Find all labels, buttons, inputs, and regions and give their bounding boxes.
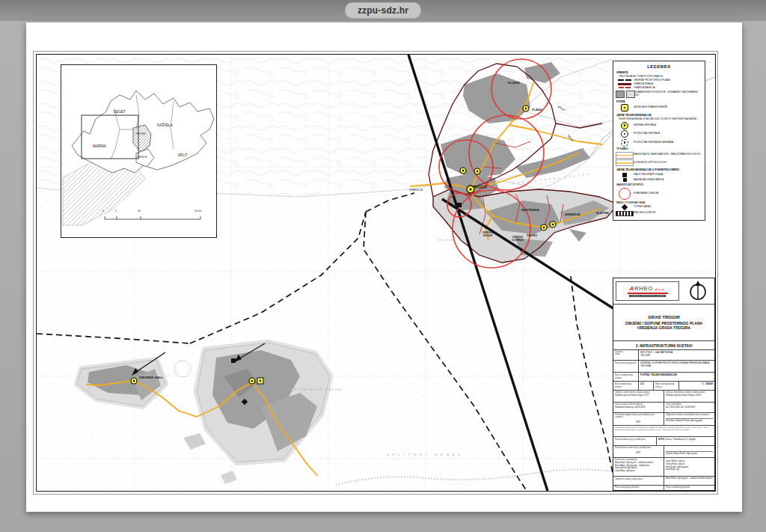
odluka-donosenje-value: Službeni glasnik Grada Trogira, 10/20: [666, 394, 713, 397]
map-label-splitski-kanal: SPLITSKI KANAL: [387, 453, 464, 456]
user-cable-swatch: [616, 159, 634, 166]
district-exchange-planned-icon: [616, 139, 634, 147]
legend-mjesna: MJESNA CENTRALA: [634, 124, 656, 127]
swatch-city-boundary: [616, 83, 634, 85]
map-label-slatine: SLATINE: [596, 212, 609, 215]
map-label-okrug-donji: OKRUG DONJI: [478, 231, 497, 238]
mp-3: M.P.: [615, 491, 662, 492]
legend-obuhvat: OBUHVAT PROSTORNOG PLANA: [634, 79, 670, 82]
inset-scale-20: 20 km: [194, 210, 201, 213]
suglasnost-text: Suglasnost izdana temeljem članka 108. Z…: [613, 426, 714, 436]
district-exchange-icon: [616, 130, 634, 138]
legend-bazna: BAZNA RADIJSKA STANICA: [634, 179, 664, 182]
legend-heading-tk: JAVNE TELEKOMUNIKACIJE: [616, 114, 702, 117]
radio-relay-icon: [616, 173, 634, 177]
screen: zzpu-sdz.hr: [0, 0, 766, 532]
inset-label-kastela: KAŠTELA: [157, 123, 173, 127]
legend-sub-granice: TERITORIJALNE I STATISTIČKE GRANICE: [619, 75, 702, 78]
legend-title: LEGENDA: [616, 64, 702, 69]
pravna-label: Pravna osoba koja je izradila plan:: [615, 438, 646, 441]
uvid-od: od: 13.05.2019.: [666, 406, 680, 409]
legend-granica-grada: GRANICA GRADA: [634, 83, 653, 86]
plan-name-label: Naziv prostornog plana:: [615, 362, 636, 364]
tv-converter-legend-icon: [616, 205, 634, 210]
tim-left-3: Ivana Šverko, dipl.ing.arh.: [615, 467, 662, 469]
map-frame: TROGIR VRANJICA KLJAKE PLANO SPLIT SPLIT…: [36, 54, 716, 492]
prikaz-label: Naziv kartografskog prikaza:: [615, 374, 633, 379]
inset-label-split: SPLIT: [178, 153, 188, 157]
legend-planirana-lokacija: PLANIRANA LOKACIJA: [634, 192, 658, 195]
inset-scale-5: 5: [115, 210, 117, 213]
plan-doc-title-2: UREĐENJA GRADA TROGIRA: [637, 325, 690, 330]
legend-magistralni: MAGISTRALNI I MEĐUNARODNI - MEĐUŽUPANIJS…: [634, 153, 700, 156]
post-unit-icon: [616, 104, 634, 111]
voditelj-label: Odgovorni voditelj izrade plana:: [615, 478, 643, 480]
legend-sub-tv: RADIO I TV SUSTAVI VEZA: [616, 201, 702, 204]
inset-scale-bar: [105, 216, 200, 219]
inset-label-marina: MARINA: [93, 144, 106, 148]
planned-location-icon: [616, 188, 634, 200]
grad-value: TROGIR: [640, 354, 713, 357]
swatch-building-area: [616, 91, 635, 98]
plan-city-title: GRAD TROGIR: [648, 315, 680, 319]
legend-sub-kabeli: TK KABELI: [616, 147, 702, 150]
mjerilo-label: Mjerilo kartografskog prikaza:: [655, 383, 674, 388]
north-arrow-icon: [681, 278, 714, 304]
map-label-saldun: SALDUN: [438, 239, 454, 242]
swatch-settlement-boundary: [616, 87, 634, 88]
tim-right-2: Tihana Pavlić, dipl.oec.: [666, 463, 713, 465]
legend-heading-granice: GRANICE: [616, 71, 702, 74]
map-label-drvenik-veliki: OTOK DRVENIK VELIKI: [284, 388, 343, 391]
osoba-rasprave-value: Pročelnica: Marela Pavlin, dipl.ing.građ…: [666, 418, 713, 422]
legend-podrucna: PODRUČNA CENTRALA: [634, 132, 660, 135]
title-block: ARHEO d.o.o. projektiranje · prostorno u…: [613, 278, 715, 491]
inset-scale-0: 0: [102, 210, 104, 213]
voditelj-value: Mario Pavlić, dipl.ing.arh. - ovlašteni …: [664, 477, 714, 485]
inset-label-seget: SEGET: [114, 110, 126, 114]
map-label-vranjica: VRANJICA: [409, 189, 423, 192]
map-label-drvenik-mali: DRVENIK MALI: [139, 376, 163, 380]
legend-podrucna-planirana: PODRUČNA CENTRALA PLANIRANA: [634, 141, 673, 144]
uvid-do: do: 12.06.2019.: [681, 406, 695, 409]
map-label-trogir: TROGIR: [473, 186, 487, 190]
centrala-icon-plano: [523, 106, 529, 111]
map-label-zedno: ŽEDNO: [527, 234, 537, 237]
legend-granica-naselja: GRANICA NASELJA: [634, 87, 655, 90]
centrala-icon-drvenik-veli: [249, 378, 255, 384]
logo-doo: d.o.o.: [655, 287, 666, 291]
osoba-rasprave-label: Odgovorna osoba za provođenje javne rasp…: [666, 414, 713, 416]
swatch-plan-boundary: [616, 79, 634, 81]
logo-rule: [628, 293, 668, 293]
broj-value: 2.2: [640, 382, 644, 385]
legend-posta-jedinica: JEDINICA POŠTANSKE MREŽE: [634, 106, 667, 109]
radio-station-icon: [457, 203, 462, 207]
arheo-logo: ARHEO d.o.o. projektiranje · prostorno u…: [616, 281, 679, 301]
odluka-izrada-value: Službeni glasnik Grada Trogira 11/17: [615, 394, 662, 397]
plan-name-value: IZMJENE I DOPUNE PROSTORNOG PLANA UREĐEN…: [640, 361, 709, 367]
browser-top-bar: zzpu-sdz.hr: [0, 0, 766, 21]
map-label-kljake: KLJAKE: [508, 82, 520, 85]
inset-label-trogir: TROGIR: [135, 132, 145, 135]
plan-sheet: TROGIR VRANJICA KLJAKE PLANO SPLIT SPLIT…: [26, 22, 742, 512]
direktor-value: Direktor: Mario Pavlić, dipl.ing.arh.: [666, 451, 713, 455]
mjerilo-value: 1 : 25000: [702, 382, 713, 385]
potpis-value: Ivo Pavlić, ing.: [666, 491, 713, 492]
map-label-okrug-gornji: OKRUG GORNJI: [508, 236, 527, 242]
pecat-arh-label: Pečat ovlaštenog arhitekta:: [615, 486, 662, 489]
grad-label: Grad:: [615, 353, 637, 355]
inset-label-okrug: OKRUG: [137, 156, 147, 159]
mp-2: M.P.: [615, 451, 662, 454]
broj-label: Broj kartografskog prikaza:: [615, 383, 631, 388]
legend-gradjevinsko: GRAĐEVINSKO PODRUČJE - IZGRAĐENI I NEIZG…: [635, 91, 702, 97]
radio-corridor-swatch: [616, 211, 634, 216]
url-pill[interactable]: zzpu-sdz.hr: [345, 2, 421, 19]
tim-right-4: Ivan Ravlić, ing.: [666, 468, 713, 471]
centrala-icon: [474, 168, 480, 174]
local-exchange-icon: [616, 122, 634, 129]
plan-section-title: 2. INFRASTRUKTURNI SUSTAVI: [613, 341, 714, 350]
trunk-cable-swatch: [616, 152, 634, 159]
tim-right-1: Davor Bešinić, dipl.iur.: [666, 460, 713, 462]
prikaz-value: POŠTA I TELEKOMUNIKACIJE: [640, 373, 677, 376]
legend-sub-tk: TELEFONSKA MREŽA: KOMUTACIJSKI ČVOROVI I…: [619, 117, 702, 120]
centrala-icon-zedno2: [550, 221, 556, 227]
